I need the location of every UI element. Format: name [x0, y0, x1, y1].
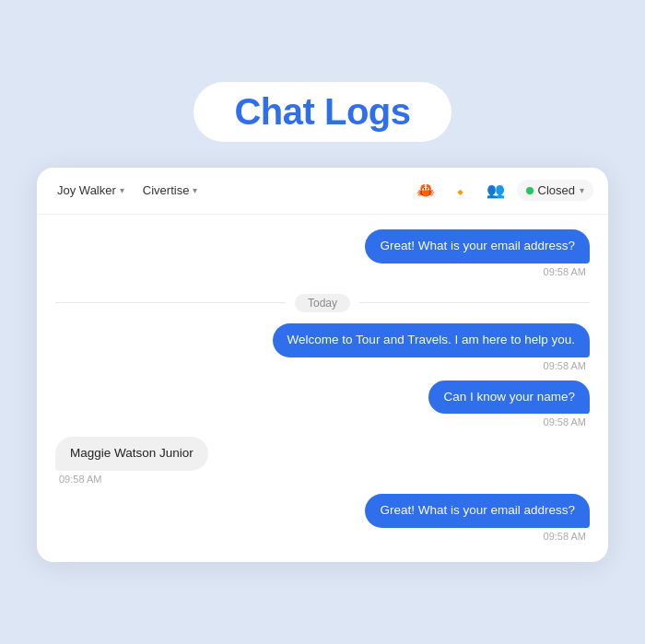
- message-bubble: Welcome to Tour and Travels. I am here t…: [273, 323, 590, 357]
- company-name: Civertise: [143, 183, 190, 197]
- tag-icon: ⬥: [456, 182, 464, 198]
- agent-dropdown[interactable]: Joy Walker ▾: [52, 180, 130, 201]
- divider-line-left: [55, 302, 286, 303]
- divider-line-right: [359, 302, 590, 303]
- agent-chevron-icon: ▾: [120, 185, 124, 195]
- team-icon: 👥: [487, 181, 505, 199]
- message-bubble: Great! What is your email address?: [365, 494, 590, 528]
- message-bubble: Maggie Watson Junior: [55, 437, 208, 471]
- message-row: Great! What is your email address? 09:58…: [55, 494, 590, 542]
- agent-name: Joy Walker: [57, 183, 116, 197]
- ghost-icon: 🦀: [416, 181, 435, 199]
- message-row: Great! What is your email address? 09:58…: [55, 229, 590, 277]
- page-title: Chat Logs: [234, 91, 410, 133]
- status-chevron-icon: ▾: [580, 185, 584, 195]
- tag-icon-button[interactable]: ⬥: [447, 177, 475, 205]
- message-time: 09:58 AM: [540, 416, 590, 427]
- chat-window: Joy Walker ▾ Civertise ▾ 🦀 ⬥ 👥 Closed ▾ …: [37, 168, 608, 562]
- message-bubble: Can I know your name?: [428, 381, 590, 415]
- status-badge[interactable]: Closed ▾: [517, 180, 593, 201]
- company-dropdown[interactable]: Civertise ▾: [137, 180, 204, 201]
- status-label: Closed: [538, 183, 575, 197]
- chat-messages: Great! What is your email address? 09:58…: [37, 215, 608, 562]
- status-dot: [526, 187, 534, 194]
- message-row: Welcome to Tour and Travels. I am here t…: [55, 323, 590, 371]
- message-time: 09:58 AM: [540, 266, 590, 277]
- date-label: Today: [295, 294, 350, 312]
- team-icon-button[interactable]: 👥: [482, 177, 510, 205]
- message-time: 09:58 AM: [540, 360, 590, 371]
- chat-header: Joy Walker ▾ Civertise ▾ 🦀 ⬥ 👥 Closed ▾: [37, 168, 608, 215]
- date-divider: Today: [55, 294, 590, 312]
- message-time: 09:58 AM: [55, 474, 105, 485]
- page-title-container: Chat Logs: [194, 82, 451, 142]
- message-time: 09:58 AM: [540, 531, 590, 542]
- ghost-icon-button[interactable]: 🦀: [412, 177, 440, 205]
- message-bubble: Great! What is your email address?: [365, 229, 590, 263]
- message-row: Maggie Watson Junior 09:58 AM: [55, 437, 590, 485]
- message-row: Can I know your name? 09:58 AM: [55, 381, 590, 428]
- company-chevron-icon: ▾: [193, 185, 197, 195]
